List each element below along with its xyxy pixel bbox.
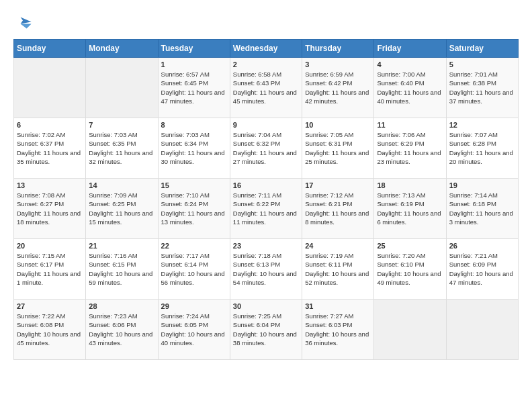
logo [13,13,34,32]
day-info: Sunrise: 7:20 AMSunset: 6:10 PMDaylight:… [377,251,443,287]
calendar-cell: 12Sunrise: 7:07 AMSunset: 6:28 PMDayligh… [446,118,518,179]
calendar-cell: 27Sunrise: 7:22 AMSunset: 6:08 PMDayligh… [14,300,86,360]
day-number: 27 [17,302,83,310]
day-number: 7 [89,121,154,129]
day-info: Sunrise: 7:05 AMSunset: 6:31 PMDaylight:… [305,130,371,166]
calendar-cell: 24Sunrise: 7:19 AMSunset: 6:11 PMDayligh… [302,239,374,300]
day-info: Sunrise: 7:13 AMSunset: 6:19 PMDaylight:… [377,191,443,226]
page-header [13,13,519,32]
calendar-cell: 9Sunrise: 7:04 AMSunset: 6:32 PMDaylight… [230,118,302,179]
calendar-cell [374,300,446,360]
header-cell-friday: Friday [374,40,446,58]
day-number: 6 [17,121,83,129]
day-info: Sunrise: 6:59 AMSunset: 6:42 PMDaylight:… [305,70,371,105]
calendar-cell: 7Sunrise: 7:03 AMSunset: 6:35 PMDaylight… [86,118,158,179]
day-number: 12 [449,121,515,129]
day-number: 8 [161,121,227,129]
day-number: 17 [305,181,371,189]
day-number: 29 [161,302,227,310]
day-info: Sunrise: 7:03 AMSunset: 6:35 PMDaylight:… [89,130,154,166]
day-info: Sunrise: 6:58 AMSunset: 6:43 PMDaylight:… [233,70,299,105]
header-cell-tuesday: Tuesday [158,40,230,58]
day-number: 14 [89,181,154,189]
calendar-cell: 20Sunrise: 7:15 AMSunset: 6:17 PMDayligh… [14,239,86,300]
calendar-cell [14,58,86,118]
day-info: Sunrise: 7:04 AMSunset: 6:32 PMDaylight:… [233,130,299,166]
header-cell-wednesday: Wednesday [230,40,302,58]
day-number: 19 [449,181,515,189]
day-info: Sunrise: 7:02 AMSunset: 6:37 PMDaylight:… [17,130,83,166]
calendar-cell [86,58,158,118]
header-cell-sunday: Sunday [14,40,86,58]
day-number: 30 [233,302,299,310]
day-info: Sunrise: 7:11 AMSunset: 6:22 PMDaylight:… [233,191,299,226]
calendar-cell: 11Sunrise: 7:06 AMSunset: 6:29 PMDayligh… [374,118,446,179]
day-info: Sunrise: 7:00 AMSunset: 6:40 PMDaylight:… [377,70,443,105]
day-number: 1 [161,60,227,68]
calendar-cell: 8Sunrise: 7:03 AMSunset: 6:34 PMDaylight… [158,118,230,179]
day-number: 5 [449,60,515,68]
calendar-cell: 22Sunrise: 7:17 AMSunset: 6:14 PMDayligh… [158,239,230,300]
day-number: 16 [233,181,299,189]
calendar-cell: 29Sunrise: 7:24 AMSunset: 6:05 PMDayligh… [158,300,230,360]
calendar-cell: 5Sunrise: 7:01 AMSunset: 6:38 PMDaylight… [446,58,518,118]
calendar-cell: 17Sunrise: 7:12 AMSunset: 6:21 PMDayligh… [302,179,374,239]
day-info: Sunrise: 7:15 AMSunset: 6:17 PMDaylight:… [17,251,83,287]
calendar-cell: 31Sunrise: 7:27 AMSunset: 6:03 PMDayligh… [302,300,374,360]
calendar-cell: 30Sunrise: 7:25 AMSunset: 6:04 PMDayligh… [230,300,302,360]
calendar-cell: 18Sunrise: 7:13 AMSunset: 6:19 PMDayligh… [374,179,446,239]
calendar-cell: 23Sunrise: 7:18 AMSunset: 6:13 PMDayligh… [230,239,302,300]
calendar-cell: 6Sunrise: 7:02 AMSunset: 6:37 PMDaylight… [14,118,86,179]
day-number: 4 [377,60,443,68]
header-row: SundayMondayTuesdayWednesdayThursdayFrid… [14,40,519,58]
day-info: Sunrise: 7:23 AMSunset: 6:06 PMDaylight:… [89,312,154,347]
day-info: Sunrise: 7:24 AMSunset: 6:05 PMDaylight:… [161,312,227,347]
day-info: Sunrise: 7:10 AMSunset: 6:24 PMDaylight:… [161,191,227,226]
day-number: 21 [89,242,154,250]
day-number: 24 [305,242,371,250]
calendar-cell: 10Sunrise: 7:05 AMSunset: 6:31 PMDayligh… [302,118,374,179]
header-cell-monday: Monday [86,40,158,58]
day-number: 13 [17,181,83,189]
day-info: Sunrise: 7:16 AMSunset: 6:15 PMDaylight:… [89,251,154,287]
day-number: 2 [233,60,299,68]
day-info: Sunrise: 7:27 AMSunset: 6:03 PMDaylight:… [305,312,371,347]
week-row: 1Sunrise: 6:57 AMSunset: 6:45 PMDaylight… [14,58,519,118]
calendar-cell: 21Sunrise: 7:16 AMSunset: 6:15 PMDayligh… [86,239,158,300]
week-row: 27Sunrise: 7:22 AMSunset: 6:08 PMDayligh… [14,300,519,360]
logo-icon [13,13,32,32]
calendar-cell: 15Sunrise: 7:10 AMSunset: 6:24 PMDayligh… [158,179,230,239]
week-row: 6Sunrise: 7:02 AMSunset: 6:37 PMDaylight… [14,118,519,179]
day-number: 3 [305,60,371,68]
day-info: Sunrise: 7:17 AMSunset: 6:14 PMDaylight:… [161,251,227,287]
week-row: 20Sunrise: 7:15 AMSunset: 6:17 PMDayligh… [14,239,519,300]
day-info: Sunrise: 7:25 AMSunset: 6:04 PMDaylight:… [233,312,299,347]
day-info: Sunrise: 7:22 AMSunset: 6:08 PMDaylight:… [17,312,83,347]
day-number: 26 [449,242,515,250]
day-number: 11 [377,121,443,129]
day-number: 25 [377,242,443,250]
calendar-cell: 26Sunrise: 7:21 AMSunset: 6:09 PMDayligh… [446,239,518,300]
day-info: Sunrise: 7:09 AMSunset: 6:25 PMDaylight:… [89,191,154,226]
day-number: 31 [305,302,371,310]
calendar-cell: 14Sunrise: 7:09 AMSunset: 6:25 PMDayligh… [86,179,158,239]
calendar-cell: 3Sunrise: 6:59 AMSunset: 6:42 PMDaylight… [302,58,374,118]
day-info: Sunrise: 7:19 AMSunset: 6:11 PMDaylight:… [305,251,371,287]
day-info: Sunrise: 6:57 AMSunset: 6:45 PMDaylight:… [161,70,227,105]
day-info: Sunrise: 7:01 AMSunset: 6:38 PMDaylight:… [449,70,515,105]
day-info: Sunrise: 7:07 AMSunset: 6:28 PMDaylight:… [449,130,515,166]
day-info: Sunrise: 7:03 AMSunset: 6:34 PMDaylight:… [161,130,227,166]
week-row: 13Sunrise: 7:08 AMSunset: 6:27 PMDayligh… [14,179,519,239]
calendar-body: 1Sunrise: 6:57 AMSunset: 6:45 PMDaylight… [14,58,519,360]
header-cell-thursday: Thursday [302,40,374,58]
day-number: 18 [377,181,443,189]
day-info: Sunrise: 7:06 AMSunset: 6:29 PMDaylight:… [377,130,443,166]
calendar-cell: 4Sunrise: 7:00 AMSunset: 6:40 PMDaylight… [374,58,446,118]
calendar-cell: 1Sunrise: 6:57 AMSunset: 6:45 PMDaylight… [158,58,230,118]
calendar-cell: 2Sunrise: 6:58 AMSunset: 6:43 PMDaylight… [230,58,302,118]
header-cell-saturday: Saturday [446,40,518,58]
day-info: Sunrise: 7:12 AMSunset: 6:21 PMDaylight:… [305,191,371,226]
calendar-cell: 28Sunrise: 7:23 AMSunset: 6:06 PMDayligh… [86,300,158,360]
calendar-cell: 19Sunrise: 7:14 AMSunset: 6:18 PMDayligh… [446,179,518,239]
day-number: 22 [161,242,227,250]
